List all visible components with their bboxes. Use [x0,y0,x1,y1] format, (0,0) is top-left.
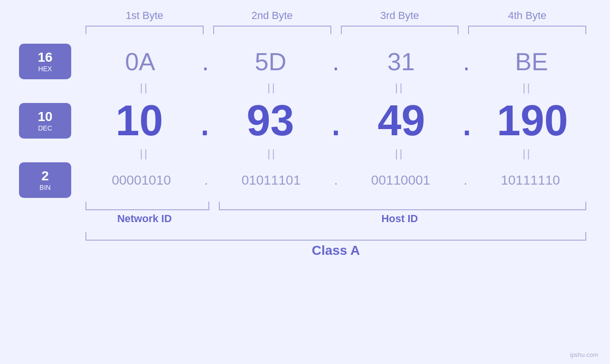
byte-header-2: 2nd Byte [208,9,336,26]
equals-row-2: || || || || [19,148,591,160]
network-id-label: Network ID [81,213,208,225]
host-bracket [219,202,586,210]
bracket-3 [341,26,459,34]
equals-row-1: || || || || [19,82,591,94]
eq1-col1: || [81,82,208,94]
dec-values: 10 . 93 . 49 . 190 [71,96,591,145]
hex-val-1: 0A [81,47,199,76]
byte-header-1: 1st Byte [81,9,208,26]
host-id-label: Host ID [208,213,591,225]
hex-row: 16 HEX 0A . 5D . 31 . BE [19,44,591,79]
class-label: Class A [81,243,591,258]
id-bracket-row [19,202,591,210]
hex-val-2: 5D [211,47,330,76]
top-brackets [19,26,591,34]
bin-val-2: 01011101 [210,173,331,188]
eq1-col4: || [463,82,591,94]
class-bracket-row [19,232,591,241]
hex-dot-2: . [330,47,341,76]
bracket-4 [468,26,586,34]
eq2-col4: || [463,148,591,160]
hex-badge: 16 HEX [19,44,71,79]
eq1-col2: || [208,82,336,94]
bracket-1 [85,26,204,34]
byte-header-3: 3rd Byte [336,9,464,26]
dec-val-3: 49 [343,96,460,145]
id-labels-row: Network ID Host ID [19,213,591,225]
bin-dot-2: . [332,173,340,188]
bin-dot-1: . [202,173,210,188]
dec-dot-1: . [198,96,212,145]
network-bracket [85,202,209,210]
eq2-col2: || [208,148,336,160]
dec-badge-num: 10 [38,110,52,123]
bin-badge-num: 2 [41,169,49,183]
bin-dot-3: . [461,173,470,188]
bin-badge: 2 BIN [19,162,71,198]
byte-header-4: 4th Byte [463,9,591,26]
watermark: ipshu.com [570,351,598,358]
eq2-col3: || [336,148,464,160]
byte-headers-row: 1st Byte 2nd Byte 3rd Byte 4th Byte [19,9,591,26]
hex-val-4: BE [472,47,591,76]
hex-dot-1: . [199,47,211,76]
dec-row: 10 DEC 10 . 93 . 49 . 190 [19,96,591,145]
bin-values: 00001010 . 01011101 . 00110001 . 1011111… [71,173,591,188]
eq2-col1: || [81,148,208,160]
dec-dot-2: . [329,96,343,145]
hex-values: 0A . 5D . 31 . BE [71,47,591,76]
dec-badge-base: DEC [38,124,52,132]
hex-val-3: 31 [342,47,460,76]
dec-badge: 10 DEC [19,103,71,139]
dec-val-4: 190 [474,96,591,145]
dec-dot-3: . [460,96,474,145]
bin-val-3: 00110001 [340,173,461,188]
dec-val-2: 93 [212,96,329,145]
hex-badge-base: HEX [38,65,52,73]
class-label-row: Class A [19,243,591,258]
bracket-2 [213,26,331,34]
bin-val-4: 10111110 [470,173,591,188]
bin-badge-base: BIN [39,184,50,191]
dec-val-1: 10 [81,96,198,145]
hex-dot-3: . [460,47,472,76]
bin-val-1: 00001010 [81,173,202,188]
bin-row: 2 BIN 00001010 . 01011101 . 00110001 . 1… [19,162,591,198]
hex-badge-num: 16 [38,51,52,64]
class-bracket [85,232,586,241]
eq1-col3: || [336,82,464,94]
